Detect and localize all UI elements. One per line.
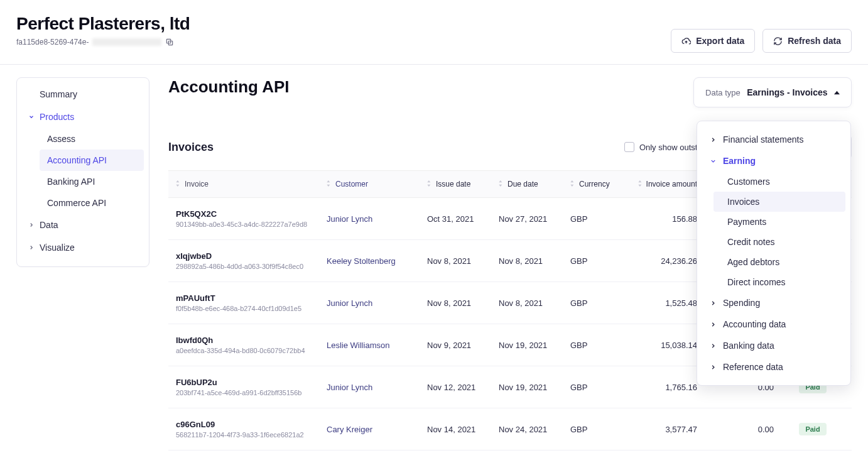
svg-marker-2: [834, 91, 840, 94]
dropdown-group-banking-data[interactable]: Banking data: [702, 335, 845, 356]
sidebar: Summary Products AssessAccounting APIBan…: [16, 77, 149, 267]
chevron-right-icon: [710, 300, 717, 307]
due-date: Nov 19, 2021: [499, 383, 570, 392]
svg-marker-16: [638, 185, 641, 187]
invoice-id: 568211b7-1204-4f73-9a33-1f6ece6821a2: [176, 431, 327, 439]
invoice-id: 298892a5-486b-4d0d-a063-30f9f54c8ec0: [176, 263, 327, 270]
column-header[interactable]: Invoice: [176, 180, 327, 188]
chevron-down-icon: [28, 114, 35, 120]
customer-link[interactable]: Leslie Williamson: [327, 341, 427, 350]
copy-icon[interactable]: [165, 38, 174, 46]
data-type-dropdown: Financial statementsEarningCustomersInvo…: [697, 121, 851, 386]
issue-date: Nov 9, 2021: [427, 341, 499, 350]
sidebar-item-data[interactable]: Data: [17, 214, 149, 236]
dropdown-group-spending[interactable]: Spending: [702, 292, 845, 314]
customer-link[interactable]: Cary Kreiger: [327, 425, 427, 434]
customer-link[interactable]: Junior Lynch: [327, 383, 427, 392]
issue-date: Nov 14, 2021: [427, 425, 499, 434]
currency: GBP: [570, 298, 633, 308]
invoice-code: Ibwfd0Qh: [176, 336, 327, 345]
company-name: Perfect Plasterers, ltd: [16, 14, 190, 34]
column-header[interactable]: Due date: [499, 180, 570, 188]
due-date: Nov 8, 2021: [499, 298, 570, 308]
svg-marker-9: [427, 180, 430, 182]
dropdown-group-reference-data[interactable]: Reference data: [702, 356, 845, 378]
column-header[interactable]: Customer: [327, 180, 427, 188]
invoice-code: PtK5QX2C: [176, 209, 327, 219]
sidebar-item-summary[interactable]: Summary: [17, 89, 149, 106]
svg-marker-10: [427, 185, 430, 187]
invoice-code: xIqjwbeD: [176, 251, 327, 261]
invoice-code: mPAUuftT: [176, 293, 327, 303]
chevron-right-icon: [28, 222, 35, 228]
sidebar-item-products[interactable]: Products: [17, 106, 149, 128]
redacted-id-tail: [92, 38, 161, 46]
issue-date: Nov 8, 2021: [427, 256, 499, 266]
currency: GBP: [570, 341, 633, 350]
chevron-right-icon: [28, 244, 35, 251]
invoice-id: 203bf741-a5ce-469d-a991-6d2bff35156b: [176, 389, 327, 396]
dropdown-group-financial-statements[interactable]: Financial statements: [702, 129, 845, 150]
svg-marker-11: [499, 180, 502, 182]
table-row[interactable]: c96GnL09568211b7-1204-4f73-9a33-1f6ece68…: [168, 408, 852, 450]
dropdown-group-earning[interactable]: Earning: [702, 150, 845, 172]
company-id: fa115de8-5269-474e-: [16, 38, 190, 46]
invoice-code: FU6bUP2u: [176, 378, 327, 387]
data-type-selector[interactable]: Data type Earnings - Invoices Financial …: [693, 77, 852, 107]
sidebar-item-assess[interactable]: Assess: [40, 128, 144, 150]
customer-link[interactable]: Junior Lynch: [327, 298, 427, 308]
chevron-right-icon: [710, 321, 717, 328]
svg-marker-12: [499, 185, 502, 187]
refresh-data-button[interactable]: Refresh data: [762, 29, 852, 53]
column-header[interactable]: Currency: [570, 180, 633, 188]
dropdown-item-direct-incomes[interactable]: Direct incomes: [713, 272, 845, 292]
dropdown-item-customers[interactable]: Customers: [713, 172, 845, 192]
svg-marker-8: [327, 185, 330, 187]
dropdown-group-accounting-data[interactable]: Accounting data: [702, 314, 845, 335]
status-badge: Paid: [799, 423, 826, 435]
chevron-down-icon: [710, 158, 717, 165]
section-title: Invoices: [168, 141, 214, 154]
sidebar-item-banking-api[interactable]: Banking API: [40, 171, 144, 192]
sidebar-item-accounting-api[interactable]: Accounting API: [40, 150, 144, 171]
customer-link[interactable]: Junior Lynch: [327, 214, 427, 224]
currency: GBP: [570, 425, 633, 434]
dropdown-item-payments[interactable]: Payments: [713, 212, 845, 232]
dropdown-item-aged-debtors[interactable]: Aged debtors: [713, 252, 845, 272]
sidebar-item-commerce-api[interactable]: Commerce API: [40, 192, 144, 214]
due-date: Nov 24, 2021: [499, 425, 570, 434]
checkbox-icon[interactable]: [624, 142, 634, 152]
issue-date: Nov 12, 2021: [427, 383, 499, 392]
amount-due: 0.00: [708, 425, 790, 434]
invoice-code: c96GnL09: [176, 420, 327, 429]
svg-marker-15: [638, 180, 641, 182]
chevron-right-icon: [710, 364, 717, 371]
dropdown-item-invoices[interactable]: Invoices: [713, 192, 845, 212]
due-date: Nov 8, 2021: [499, 256, 570, 266]
cloud-upload-icon: [681, 36, 691, 46]
due-date: Nov 19, 2021: [499, 341, 570, 350]
invoice-id: 901349bb-a0e3-45c3-a4dc-822227a7e9d8: [176, 221, 327, 228]
triangle-up-icon: [834, 87, 840, 98]
invoice-amount: 3,577.47: [633, 425, 708, 434]
svg-marker-6: [176, 185, 179, 187]
chevron-right-icon: [710, 342, 717, 349]
sidebar-item-visualize[interactable]: Visualize: [17, 236, 149, 259]
chevron-right-icon: [710, 136, 717, 143]
column-header[interactable]: Issue date: [427, 180, 499, 188]
svg-marker-14: [570, 185, 573, 187]
page-header: Perfect Plasterers, ltd fa115de8-5269-47…: [0, 0, 868, 65]
customer-link[interactable]: Keeley Stoltenberg: [327, 256, 427, 266]
issue-date: Oct 31, 2021: [427, 214, 499, 224]
issue-date: Nov 8, 2021: [427, 298, 499, 308]
currency: GBP: [570, 383, 633, 392]
svg-marker-5: [176, 180, 179, 182]
dropdown-item-credit-notes[interactable]: Credit notes: [713, 232, 845, 252]
invoice-id: a0eefdca-335d-494a-bd80-0c6079c72bb4: [176, 347, 327, 354]
due-date: Nov 27, 2021: [499, 214, 570, 224]
export-data-button[interactable]: Export data: [671, 29, 755, 53]
invoice-id: f0f5b48b-e6ec-468a-b274-40cf1d09d1e5: [176, 305, 327, 312]
svg-marker-13: [570, 180, 573, 182]
page-title: Accounting API: [168, 77, 290, 97]
currency: GBP: [570, 256, 633, 266]
